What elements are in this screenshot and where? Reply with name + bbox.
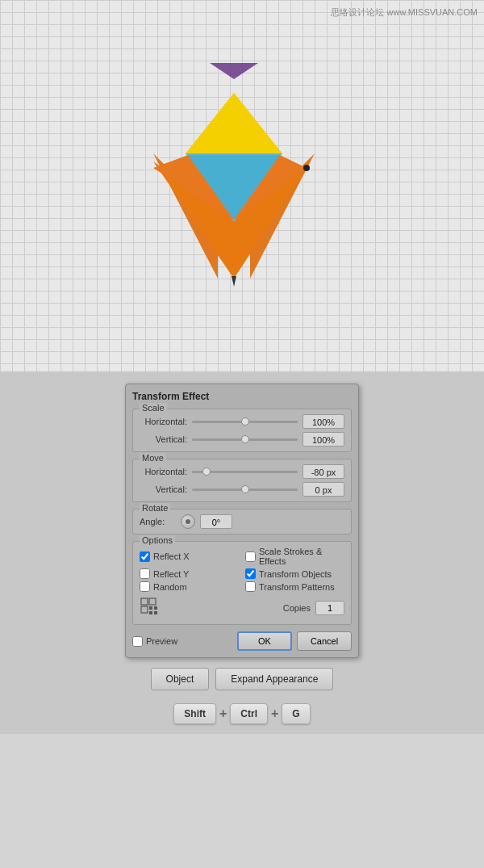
bottom-panel: Transform Effect Scale Horizontal: 100% … (0, 371, 484, 734)
object-button[interactable]: Object (151, 668, 210, 690)
move-horizontal-slider[interactable] (192, 466, 298, 477)
dialog-footer: Preview OK Cancel (132, 631, 352, 651)
bottom-buttons: Object Expand Appearance (0, 658, 484, 698)
random-label: Random (153, 582, 187, 592)
copies-icon (140, 597, 162, 619)
options-grid: Reflect X Scale Strokes & Effects Reflec… (140, 547, 344, 592)
transform-objects-checkbox[interactable] (245, 568, 256, 579)
svg-rect-16 (149, 606, 152, 610)
options-label: Options (140, 535, 175, 545)
svg-rect-19 (154, 611, 157, 614)
rotate-row: Angle: 0° (140, 514, 344, 529)
reflect-x-label: Reflect X (153, 551, 190, 561)
move-label: Move (140, 453, 166, 463)
expand-appearance-button[interactable]: Expand Appearance (215, 668, 333, 690)
scale-strokes-label: Scale Strokes & Effects (259, 547, 344, 566)
scale-label: Scale (140, 403, 167, 413)
reflect-x-row: Reflect X (140, 547, 239, 566)
transform-patterns-label: Transform Patterns (259, 582, 335, 592)
ok-button[interactable]: OK (237, 631, 292, 651)
move-vertical-label: Vertical: (140, 484, 192, 494)
cancel-button[interactable]: Cancel (297, 631, 352, 651)
svg-marker-11 (232, 276, 236, 287)
svg-rect-18 (149, 611, 152, 614)
scale-section: Scale Horizontal: 100% Vertical: 100% (132, 409, 352, 452)
watermark-text: 思络设计论坛 www.MISSVUAN.COM (331, 6, 478, 19)
artwork (105, 48, 363, 307)
move-section: Move Horizontal: -80 px Vertical: 0 px (132, 459, 352, 502)
random-checkbox[interactable] (140, 581, 150, 592)
svg-point-12 (303, 165, 310, 171)
random-row: Random (140, 581, 239, 592)
plus-sign-2: + (271, 707, 278, 721)
transform-patterns-row: Transform Patterns (245, 581, 344, 592)
move-horizontal-label: Horizontal: (140, 467, 192, 476)
move-vertical-value[interactable]: 0 px (302, 482, 344, 497)
canvas: 思络设计论坛 www.MISSVUAN.COM (0, 0, 484, 371)
preview-row: Preview (132, 636, 232, 647)
move-vertical-row: Vertical: 0 px (140, 482, 344, 497)
reflect-y-row: Reflect Y (140, 568, 239, 579)
scale-horizontal-row: Horizontal: 100% (140, 414, 344, 429)
svg-rect-13 (141, 598, 148, 605)
scale-vertical-label: Vertical: (140, 434, 192, 444)
move-vertical-slider[interactable] (192, 484, 298, 495)
svg-rect-17 (154, 606, 157, 610)
copies-input[interactable] (315, 601, 344, 615)
scale-strokes-checkbox[interactable] (245, 551, 256, 562)
scale-strokes-row: Scale Strokes & Effects (245, 547, 344, 566)
shift-key: Shift (173, 703, 216, 724)
svg-marker-7 (190, 93, 278, 153)
transform-objects-row: Transform Objects (245, 568, 344, 579)
g-key: G (282, 703, 310, 724)
angle-value[interactable]: 0° (200, 514, 232, 529)
reflect-y-checkbox[interactable] (140, 568, 150, 579)
ctrl-key: Ctrl (230, 703, 268, 724)
reflect-y-label: Reflect Y (153, 569, 189, 579)
dialog-title: Transform Effect (132, 391, 352, 402)
reflect-x-checkbox[interactable] (140, 551, 150, 562)
scale-vertical-slider[interactable] (192, 434, 298, 445)
scale-horizontal-value[interactable]: 100% (302, 414, 344, 429)
move-horizontal-value[interactable]: -80 px (302, 464, 344, 479)
rotate-section: Rotate Angle: 0° (132, 509, 352, 535)
svg-rect-15 (141, 606, 148, 613)
preview-checkbox[interactable] (132, 636, 143, 647)
scale-horizontal-slider[interactable] (192, 416, 298, 427)
transform-objects-label: Transform Objects (259, 569, 332, 579)
copies-row: Copies (140, 597, 344, 619)
scale-vertical-row: Vertical: 100% (140, 432, 344, 447)
rotate-label: Rotate (140, 503, 170, 513)
copies-label: Copies (283, 603, 311, 613)
preview-label: Preview (146, 636, 177, 646)
move-horizontal-row: Horizontal: -80 px (140, 464, 344, 479)
transform-patterns-checkbox[interactable] (245, 581, 256, 592)
plus-sign-1: + (219, 707, 227, 721)
transform-effect-dialog: Transform Effect Scale Horizontal: 100% … (125, 384, 359, 658)
shortcut-row: Shift + Ctrl + G (0, 698, 484, 734)
svg-rect-14 (149, 598, 156, 605)
options-section: Options Reflect X Scale Strokes & Effect… (132, 541, 352, 625)
angle-dial[interactable] (181, 514, 195, 529)
scale-vertical-value[interactable]: 100% (302, 432, 344, 447)
svg-marker-0 (210, 63, 258, 79)
angle-label: Angle: (140, 517, 176, 526)
scale-horizontal-label: Horizontal: (140, 417, 192, 426)
